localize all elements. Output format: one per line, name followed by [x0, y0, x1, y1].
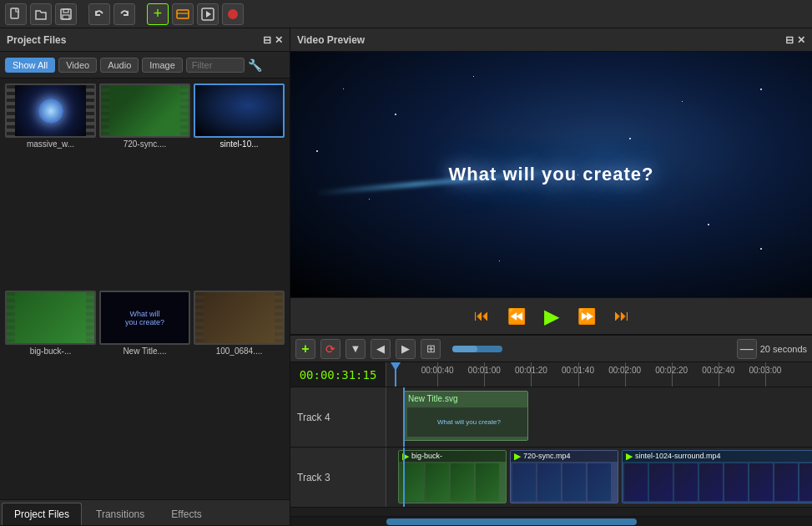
preview-overlay-text: What will you create? [449, 164, 654, 185]
preview-minimize-icon[interactable]: ⊟ [785, 34, 794, 46]
save-button[interactable] [55, 3, 77, 25]
clip-bigbuck[interactable]: ▶ big-buck- [398, 450, 507, 503]
tab-project-files[interactable]: Project Files [2, 503, 82, 525]
track-3-label: Track 3 [290, 448, 386, 507]
play-button[interactable]: ▶ [539, 304, 564, 329]
mini-frame [401, 463, 424, 501]
filter-audio-button[interactable]: Audio [100, 58, 139, 73]
ruler-label: 00:03:00 [749, 366, 781, 375]
clip-frames-720sync [511, 462, 618, 503]
zoom-out-button[interactable]: — [737, 339, 757, 359]
zoom-slider-track[interactable] [452, 346, 502, 352]
undo-button[interactable] [88, 3, 110, 25]
title-clip-label: New Title.svg [408, 394, 457, 403]
playhead[interactable] [395, 362, 396, 387]
zoom-label: 20 seconds [760, 344, 807, 354]
close-panel-icon[interactable]: ✕ [275, 34, 283, 46]
preview-close-icon[interactable]: ✕ [797, 34, 805, 46]
mini-frame [562, 463, 586, 501]
minimize-icon[interactable]: ⊟ [263, 34, 271, 46]
project-files-title: Project Files [7, 34, 66, 46]
filter-tracks-button[interactable]: ▼ [345, 339, 366, 359]
fast-forward-button[interactable]: ⏩ [574, 304, 599, 329]
filter-video-button[interactable]: Video [58, 58, 97, 73]
track-row-4: Track 4 New Title.svg What will you crea… [290, 387, 812, 448]
thumbnail-item-2[interactable]: 720-sync.... [99, 83, 190, 287]
mini-frame [624, 463, 648, 501]
mini-frame [749, 463, 773, 501]
add-button[interactable]: + [147, 3, 169, 25]
svg-point-7 [228, 9, 238, 19]
title-clip-preview: What will you create? [407, 407, 528, 437]
track-4-content: New Title.svg What will you create? [386, 387, 812, 447]
thumbnail-label-5: New Title.... [99, 346, 190, 356]
timeline-area: + ⟳ ▼ ◀ ▶ ⊞ — 20 seconds 00:00:31:15 [290, 334, 812, 526]
stop-button[interactable] [222, 3, 244, 25]
mini-frame [774, 463, 798, 501]
star-decoration [682, 101, 683, 102]
zoom-control: — 20 seconds [737, 339, 807, 359]
mini-frame [674, 463, 698, 501]
prev-marker-button[interactable]: ◀ [371, 339, 391, 359]
thumbnail-item-5[interactable]: What willyou create? New Title.... [99, 291, 190, 494]
star-decoration [760, 248, 762, 250]
mini-frame [537, 463, 561, 501]
clip-header-720sync: ▶ 720-sync.mp4 [511, 451, 618, 462]
clip-sintel[interactable]: ▶ sintel-1024-surround.mp4 [622, 450, 812, 503]
tab-bar: Project Files Transitions Effects [0, 499, 290, 526]
ruler-marks: 00:00:4000:01:0000:01:2000:01:4000:02:00… [386, 362, 812, 387]
open-button[interactable] [30, 3, 52, 25]
jump-start-button[interactable]: ⏮ [469, 304, 494, 329]
left-panel: Project Files ⊟ ✕ Show All Video Audio I… [0, 28, 290, 526]
playhead-triangle [391, 362, 401, 371]
star-decoration [708, 224, 709, 225]
filter-image-button[interactable]: Image [142, 58, 183, 73]
tracks-container: Track 4 New Title.svg What will you crea… [290, 387, 812, 516]
ruler-label: 00:02:00 [608, 366, 641, 375]
scrollbar-thumb[interactable] [386, 518, 637, 525]
thumbnail-item-6[interactable]: 100_0684.... [194, 291, 285, 494]
preview-title: Video Preview [297, 34, 365, 46]
main-toolbar: + [0, 0, 812, 28]
star-decoration [343, 89, 344, 89]
render-button[interactable] [197, 3, 219, 25]
tab-transitions[interactable]: Transitions [83, 503, 157, 525]
add-marker-button[interactable]: ⊞ [421, 339, 441, 359]
snap-button[interactable]: ⟳ [320, 339, 340, 359]
project-button[interactable] [172, 3, 194, 25]
svg-rect-0 [11, 8, 18, 18]
timeline-scrollbar[interactable] [290, 516, 812, 526]
star-decoration [760, 89, 762, 90]
filter-clear-button[interactable]: 🔧 [248, 58, 262, 72]
svg-rect-4 [177, 10, 189, 18]
new-button[interactable] [5, 3, 27, 25]
filter-showall-button[interactable]: Show All [5, 58, 55, 73]
add-track-button[interactable]: + [295, 339, 315, 359]
mini-frame [426, 463, 449, 501]
star-decoration [316, 150, 318, 152]
track-3-content: ▶ big-buck- [386, 448, 812, 507]
ruler-label: 00:01:40 [562, 366, 594, 375]
clip-720sync[interactable]: ▶ 720-sync.mp4 [510, 450, 618, 503]
rewind-button[interactable]: ⏪ [504, 304, 529, 329]
title-clip[interactable]: New Title.svg What will you create? [403, 391, 528, 441]
next-marker-button[interactable]: ▶ [396, 339, 416, 359]
mini-frame [649, 463, 673, 501]
thumbnail-item-3[interactable]: sintel-10... [194, 83, 285, 287]
video-preview: What will you create? [290, 52, 812, 297]
tab-effects[interactable]: Effects [159, 503, 214, 525]
thumbnail-item-4[interactable]: big-buck-... [5, 291, 96, 494]
jump-end-button[interactable]: ⏭ [609, 304, 634, 329]
mini-frame [799, 463, 812, 501]
mini-frame [588, 463, 611, 501]
thumbnail-label-3: sintel-10... [194, 139, 285, 149]
track-4-label: Track 4 [290, 387, 386, 447]
clip-frames-sintel [623, 462, 812, 503]
redo-button[interactable] [113, 3, 135, 25]
mini-frame [699, 463, 723, 501]
thumbnail-item-1[interactable]: massive_w... [5, 83, 96, 287]
mini-frame [724, 463, 748, 501]
ruler-label: 00:02:40 [702, 366, 734, 375]
ruler-label: 00:00:40 [421, 366, 454, 375]
filter-input[interactable] [186, 58, 245, 73]
